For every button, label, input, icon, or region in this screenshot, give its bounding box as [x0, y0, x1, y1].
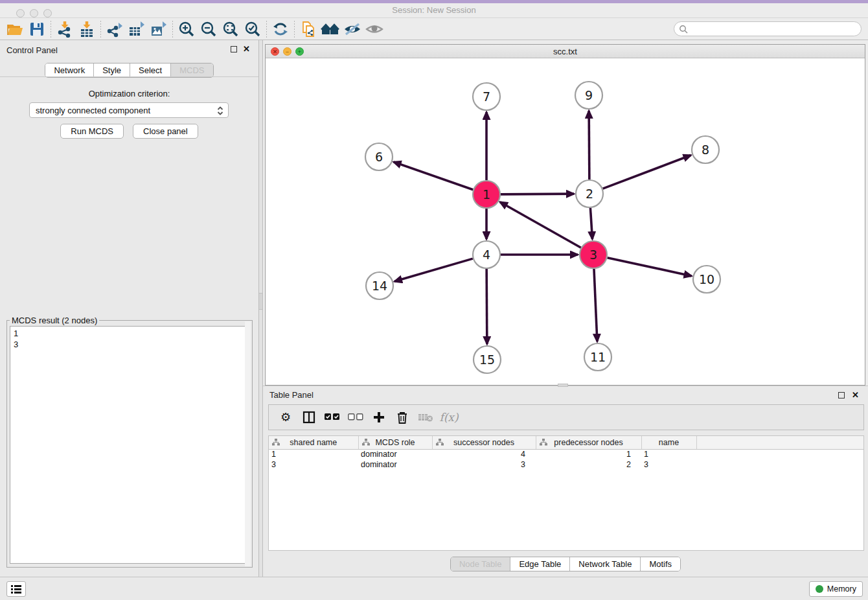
delete-column-icon[interactable] — [391, 408, 414, 427]
graph-edge-3-1[interactable] — [500, 202, 581, 248]
criterion-select[interactable]: strongly connected component — [29, 102, 229, 118]
mcds-result-text[interactable]: 1 3 — [10, 326, 249, 564]
zoom-selected-icon[interactable] — [242, 20, 264, 38]
tabs-divider — [0, 76, 258, 77]
table-cell[interactable]: 3 — [269, 459, 358, 470]
tab-select[interactable]: Select — [130, 63, 171, 77]
memory-label: Memory — [827, 584, 856, 594]
toolbar-separator — [100, 21, 101, 38]
graph-edge-4-14[interactable] — [394, 259, 473, 281]
column-header-predecessor-nodes[interactable]: predecessor nodes — [536, 436, 641, 449]
tab-motifs[interactable]: Motifs — [641, 557, 680, 571]
main-toolbar — [0, 18, 868, 40]
first-neighbors-icon[interactable] — [319, 20, 341, 38]
graph-node-label-6: 6 — [375, 150, 383, 164]
zoom-in-icon[interactable] — [176, 20, 198, 38]
column-header-name[interactable]: name — [641, 436, 696, 449]
task-history-button[interactable] — [6, 581, 26, 597]
clone-network-icon[interactable] — [297, 20, 319, 38]
table-cell[interactable]: 3 — [432, 459, 536, 470]
export-network-icon[interactable] — [104, 20, 126, 38]
memory-button[interactable]: Memory — [809, 581, 863, 597]
graph-edge-2-3[interactable] — [590, 208, 592, 239]
status-bar: Memory — [0, 577, 868, 600]
float-table-panel-icon[interactable] — [838, 392, 845, 398]
tab-network-table[interactable]: Network Table — [570, 557, 641, 571]
graph-edge-3-11[interactable] — [594, 269, 597, 341]
graph-edge-2-9[interactable] — [589, 111, 589, 179]
node-table: shared nameMCDS rolesuccessor nodesprede… — [268, 435, 864, 551]
column-header-shared-name[interactable]: shared name — [269, 436, 358, 449]
mcds-result-group: MCDS result (2 nodes) 1 3 — [6, 320, 253, 568]
column-header-MCDS-role[interactable]: MCDS role — [358, 436, 432, 449]
open-session-icon[interactable] — [4, 20, 26, 38]
save-session-icon[interactable] — [26, 20, 48, 38]
export-table-icon[interactable] — [126, 20, 148, 38]
export-image-icon[interactable] — [148, 20, 170, 38]
window-title: Session: New Session — [0, 5, 868, 15]
optimization-criterion-label: Optimization criterion: — [0, 89, 258, 98]
network-canvas[interactable]: 7968124314101511 — [266, 58, 865, 385]
table-cell[interactable]: 1 — [536, 449, 641, 459]
tab-node-table[interactable]: Node Table — [451, 557, 511, 571]
delete-table-icon[interactable] — [414, 408, 437, 427]
result-scrollbar[interactable] — [245, 321, 251, 566]
splitter-grip[interactable] — [259, 293, 262, 310]
table-cell[interactable]: 4 — [432, 449, 536, 459]
zoom-out-icon[interactable] — [198, 20, 220, 38]
graph-edge-3-10[interactable] — [607, 258, 691, 276]
table-cell[interactable]: 1 — [641, 449, 696, 459]
control-panel-title: Control Panel — [6, 45, 58, 55]
table-cell[interactable]: dominator — [358, 449, 432, 459]
table-row[interactable]: 1dominator411 — [269, 449, 863, 459]
search-input[interactable] — [674, 21, 862, 36]
graph-node-label-1: 1 — [483, 187, 490, 202]
run-mcds-button[interactable]: Run MCDS — [60, 124, 124, 139]
graph-edge-1-2[interactable] — [501, 194, 574, 194]
table-row[interactable]: 3dominator323 — [269, 459, 863, 470]
table-cell[interactable]: 2 — [536, 459, 641, 470]
gear-icon[interactable]: ⚙ — [274, 408, 297, 427]
select-all-icon[interactable] — [321, 408, 344, 427]
table-cell[interactable]: dominator — [358, 459, 432, 470]
graph-node-label-11: 11 — [590, 350, 606, 364]
column-header-filler — [696, 436, 863, 449]
import-network-icon[interactable] — [54, 20, 76, 38]
tab-edge-table[interactable]: Edge Table — [510, 557, 570, 571]
graph-node-label-4: 4 — [483, 248, 490, 262]
table-cell-filler — [696, 459, 863, 470]
table-cell[interactable]: 1 — [269, 449, 358, 459]
toolbar-separator — [266, 21, 267, 38]
graph-edge-1-6[interactable] — [394, 162, 474, 190]
deselect-all-icon[interactable] — [344, 408, 367, 427]
select-stepper-icon — [217, 106, 223, 116]
table-toolbar: ⚙ — [268, 404, 864, 430]
graph-node-label-9: 9 — [585, 88, 593, 102]
hide-selected-icon[interactable] — [341, 20, 363, 38]
tab-network[interactable]: Network — [45, 63, 94, 77]
show-all-icon[interactable] — [363, 20, 385, 38]
close-panel-button[interactable]: Close panel — [133, 124, 198, 139]
tab-style[interactable]: Style — [94, 63, 130, 77]
graph-edge-2-8[interactable] — [603, 156, 691, 189]
apply-layout-icon[interactable] — [269, 20, 291, 38]
import-table-icon[interactable] — [76, 20, 98, 38]
tab-mcds[interactable]: MCDS — [171, 63, 212, 77]
search-field-wrap — [674, 21, 862, 36]
vertical-splitter[interactable] — [258, 40, 263, 577]
add-column-icon[interactable] — [367, 408, 391, 427]
column-header-successor-nodes[interactable]: successor nodes — [432, 436, 536, 449]
graph-edge-4-15[interactable] — [486, 269, 487, 344]
close-panel-icon[interactable]: ✕ — [243, 44, 250, 54]
zoom-fit-icon[interactable] — [220, 20, 242, 38]
column-manager-icon[interactable] — [297, 408, 321, 427]
toolbar-separator — [294, 21, 295, 38]
network-column-icon — [272, 439, 280, 446]
network-canvas-svg: 7968124314101511 — [266, 58, 865, 385]
table-cell[interactable]: 3 — [641, 459, 696, 470]
close-table-panel-icon[interactable]: ✕ — [852, 390, 859, 400]
float-panel-icon[interactable] — [231, 46, 237, 52]
function-builder-icon[interactable]: f(x) — [437, 408, 461, 427]
network-title: scc.txt — [266, 47, 865, 56]
network-window-titlebar[interactable]: ✕ − + scc.txt — [266, 45, 865, 58]
